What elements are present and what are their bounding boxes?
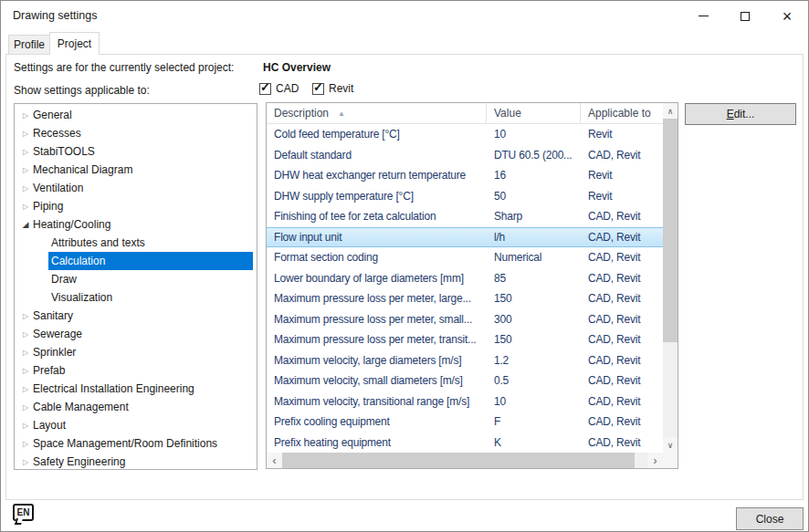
cell-applicable-to: CAD, Revit: [581, 313, 663, 326]
revit-checkbox-box[interactable]: ✓: [312, 83, 324, 95]
tree-item-sewerage[interactable]: ▷Sewerage: [15, 325, 257, 343]
cell-applicable-to: Revit: [581, 128, 663, 141]
table-row[interactable]: Maximum velocity, transitional range [m/…: [267, 391, 663, 412]
scroll-up-button[interactable]: ∧: [663, 103, 678, 119]
tree-item-label: Prefab: [33, 364, 65, 377]
tree-collapsed-icon[interactable]: ▷: [20, 148, 31, 156]
tree-item-label: Space Management/Room Definitions: [33, 437, 217, 450]
vertical-scrollbar-thumb[interactable]: [663, 119, 678, 342]
tree-collapsed-icon[interactable]: ▷: [20, 422, 31, 430]
tree-item-mechanical-diagram[interactable]: ▷Mechanical Diagram: [15, 161, 257, 179]
table-row[interactable]: Prefix heating equipmentKCAD, Revit: [267, 433, 663, 454]
cell-description: Flow input unit: [267, 231, 487, 244]
tab-project[interactable]: Project: [49, 32, 100, 55]
tree-item-label: Electrical Installation Engineering: [33, 382, 194, 395]
tree-item-visualization[interactable]: Visualization: [48, 288, 253, 307]
checkbox-cad[interactable]: ✓ CAD: [259, 82, 299, 95]
table-row[interactable]: Format section codingNumericalCAD, Revit: [267, 247, 663, 268]
tree-item-label: Visualization: [51, 291, 112, 304]
tree-item-stabitools[interactable]: ▷StabiTOOLS: [15, 142, 257, 161]
scroll-down-button[interactable]: ∨: [663, 437, 678, 453]
tab-profile[interactable]: Profile: [8, 35, 50, 55]
tree-item-general[interactable]: ▷General: [15, 106, 257, 124]
tree-item-calculation[interactable]: Calculation: [48, 252, 253, 270]
minimize-button[interactable]: [682, 1, 724, 31]
maximize-button[interactable]: [724, 1, 766, 31]
scroll-left-button[interactable]: ‹: [267, 453, 282, 468]
close-window-button[interactable]: ×: [766, 1, 808, 31]
table-row[interactable]: DHW supply temperature [°C]50Revit: [267, 186, 663, 207]
table-row[interactable]: Maximum pressure loss per meter, transit…: [267, 329, 663, 350]
cad-checkbox-box[interactable]: ✓: [259, 83, 271, 95]
sort-ascending-icon: ▲: [338, 110, 345, 118]
table-row[interactable]: Maximum pressure loss per meter, small..…: [267, 309, 663, 330]
tree-item-draw[interactable]: Draw: [48, 270, 253, 288]
tree-collapsed-icon[interactable]: ▷: [20, 312, 31, 320]
cell-value: 150: [487, 333, 581, 346]
column-header-description[interactable]: Description▲: [267, 103, 487, 123]
minimize-icon: [699, 16, 709, 16]
close-button[interactable]: Close: [736, 507, 804, 530]
tree-collapsed-icon[interactable]: ▷: [20, 111, 31, 120]
tree-collapsed-icon[interactable]: ▷: [20, 203, 31, 211]
tree-item-heating-cooling[interactable]: ◢Heating/Cooling: [15, 215, 257, 234]
window-controls: ×: [682, 1, 808, 31]
column-header-label: Applicable to: [588, 107, 651, 120]
tree-collapsed-icon[interactable]: ▷: [20, 349, 31, 357]
cell-value: 85: [487, 272, 581, 285]
close-icon: ×: [783, 10, 793, 23]
table-row[interactable]: Maximum velocity, small diameters [m/s]0…: [267, 370, 663, 391]
tree-item-electrical-installation-engineering[interactable]: ▷Electrical Installation Engineering: [15, 380, 257, 398]
tree-item-attributes-and-texts[interactable]: Attributes and texts: [48, 234, 253, 252]
table-row[interactable]: DHW heat exchanger return temperature16R…: [267, 165, 663, 186]
cell-applicable-to: CAD, Revit: [581, 231, 663, 244]
table-row[interactable]: Maximum pressure loss per meter, large..…: [267, 288, 663, 309]
tree-collapsed-icon[interactable]: ▷: [20, 367, 31, 375]
tree-collapsed-icon[interactable]: ▷: [20, 330, 31, 339]
tree-collapsed-icon[interactable]: ▷: [20, 166, 31, 174]
tree-item-piping[interactable]: ▷Piping: [15, 197, 257, 215]
scroll-right-button[interactable]: ›: [647, 453, 663, 468]
tree-collapsed-icon[interactable]: ▷: [20, 440, 31, 448]
tree-collapsed-icon[interactable]: ▷: [20, 385, 31, 393]
tree-collapsed-icon[interactable]: ▷: [20, 130, 31, 138]
checkbox-revit[interactable]: ✓ Revit: [312, 82, 353, 95]
column-header-value[interactable]: Value: [487, 103, 581, 123]
tree-item-cable-management[interactable]: ▷Cable Management: [15, 398, 257, 416]
project-name: HC Overview: [263, 61, 331, 74]
table-row[interactable]: Cold feed temperature [°C]10Revit: [267, 124, 663, 145]
tree-item-ventilation[interactable]: ▷Ventilation: [15, 179, 257, 197]
vertical-scrollbar[interactable]: ∧ ∨: [663, 103, 678, 453]
tree-collapsed-icon[interactable]: ▷: [20, 184, 31, 193]
edit-button[interactable]: Edit...: [685, 103, 796, 125]
maximize-icon: [741, 12, 750, 21]
tree-collapsed-icon[interactable]: ▷: [20, 458, 31, 466]
column-header-applicable-to[interactable]: Applicable to: [581, 103, 663, 123]
table-row[interactable]: Default standardDTU 60.5 (200...CAD, Rev…: [267, 145, 663, 166]
table-row[interactable]: Lower boundary of large diameters [mm]85…: [267, 268, 663, 289]
table-row[interactable]: Maximum velocity, large diameters [m/s]1…: [267, 350, 663, 371]
cell-description: Prefix cooling equipment: [267, 415, 487, 428]
tree-item-sanitary[interactable]: ▷Sanitary: [15, 307, 257, 325]
tree-collapsed-icon[interactable]: ▷: [20, 403, 31, 412]
tree-item-label: Attributes and texts: [51, 236, 145, 249]
tree-item-prefab[interactable]: ▷Prefab: [15, 361, 257, 380]
tree-item-safety-engineering[interactable]: ▷Safety Engineering: [15, 453, 257, 470]
tree-item-recesses[interactable]: ▷Recesses: [15, 124, 257, 142]
table-row[interactable]: Prefix cooling equipmentFCAD, Revit: [267, 412, 663, 433]
table-row[interactable]: Finishing of tee for zeta calculationSha…: [267, 206, 663, 227]
cell-value: Sharp: [487, 210, 581, 223]
tree-item-layout[interactable]: ▷Layout: [15, 416, 257, 434]
cell-description: Cold feed temperature [°C]: [267, 128, 487, 141]
horizontal-scrollbar-thumb[interactable]: [282, 453, 635, 468]
table-row-selected[interactable]: Flow input unitl/hCAD, Revit: [267, 227, 663, 248]
tree-item-space-management[interactable]: ▷Space Management/Room Definitions: [15, 434, 257, 453]
cell-applicable-to: CAD, Revit: [581, 251, 663, 264]
tree-item-label: Layout: [33, 419, 66, 432]
drawing-settings-dialog: Drawing settings × Profile Project Setti…: [0, 0, 809, 532]
horizontal-scrollbar[interactable]: ‹ ›: [267, 453, 663, 468]
tree-item-sprinkler[interactable]: ▷Sprinkler: [15, 343, 257, 361]
tree-expanded-icon[interactable]: ◢: [20, 220, 31, 229]
language-indicator[interactable]: EN: [13, 504, 34, 521]
cell-description: Lower boundary of large diameters [mm]: [267, 272, 487, 285]
